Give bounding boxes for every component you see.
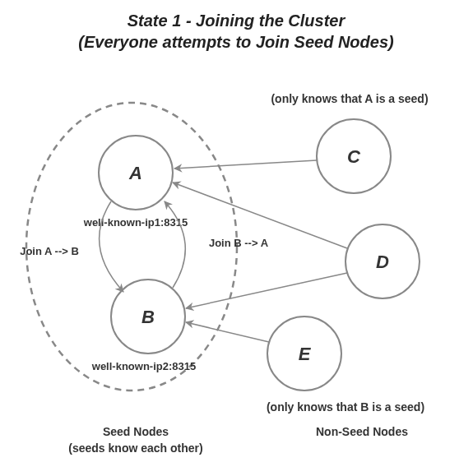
edge-e-to-b <box>186 322 269 342</box>
node-d-label: D <box>376 252 389 272</box>
edge-b-to-a <box>165 201 185 288</box>
node-a-label: A <box>128 163 142 183</box>
node-e-note: (only knows that B is a seed) <box>267 400 424 414</box>
diagram-title-line2: (Everyone attempts to Join Seed Nodes) <box>78 33 394 51</box>
cluster-join-diagram: State 1 - Joining the Cluster (Everyone … <box>0 0 473 476</box>
node-c-label: C <box>347 146 361 167</box>
nonseed-nodes-heading: Non-Seed Nodes <box>316 425 408 438</box>
edge-a-to-b <box>100 201 123 292</box>
edge-b-to-a-label: Join B --> A <box>209 237 269 249</box>
seed-nodes-sub: (seeds know each other) <box>68 441 202 455</box>
edge-d-to-b <box>186 273 347 308</box>
node-b-label: B <box>141 307 155 327</box>
node-e-label: E <box>299 344 312 364</box>
node-a-ip: well-known-ip1:8315 <box>83 216 188 229</box>
edge-a-to-b-label: Join A --> B <box>20 245 79 257</box>
node-b-ip: well-known-ip2:8315 <box>91 360 196 372</box>
seed-nodes-heading: Seed Nodes <box>103 425 169 438</box>
node-c-note: (only knows that A is a seed) <box>271 92 428 105</box>
edge-c-to-a <box>174 160 317 169</box>
diagram-title-line1: State 1 - Joining the Cluster <box>128 12 346 30</box>
